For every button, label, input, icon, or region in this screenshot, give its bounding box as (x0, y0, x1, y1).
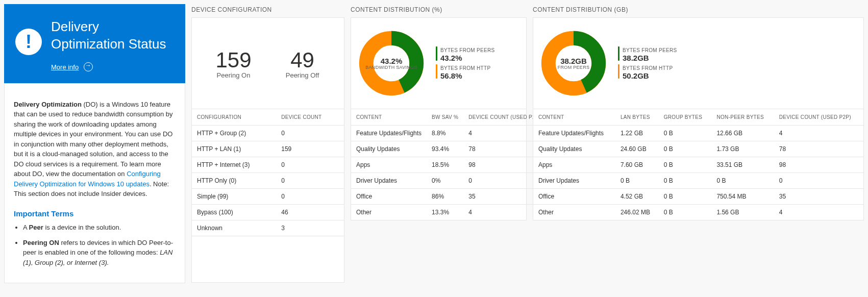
cell-bw-sav: 18.5% (427, 157, 463, 173)
table-row[interactable]: Driver Updates0 B0 B0 B0 (533, 173, 863, 189)
legend-text: BYTES FROM HTTP50.2GB (623, 64, 673, 80)
cell-configuration: Simple (99) (192, 189, 276, 205)
table-row[interactable]: Office86%35 (351, 189, 545, 205)
content-dist-pct-chart: 43.2% BANDWIDTH SAVINGS BYTES FROM PEERS… (351, 17, 527, 109)
table-row[interactable]: Other13.3%4 (351, 205, 545, 220)
table-row[interactable]: HTTP + Internet (3)0 (192, 157, 344, 173)
col-configuration[interactable]: CONFIGURATION (192, 109, 276, 126)
term-peering: Peering ON refers to devices in which DO… (23, 238, 176, 268)
col-content-gb[interactable]: CONTENT (533, 109, 615, 126)
peering-off-cell: 49 Peering Off (268, 48, 337, 79)
cell-configuration: HTTP Only (0) (192, 173, 276, 189)
peering-counters: 159 Peering On 49 Peering Off (199, 48, 337, 79)
legend-value: 38.2GB (623, 54, 677, 62)
cell-content: Quality Updates (351, 141, 427, 157)
table-row[interactable]: Driver Updates0%0 (351, 173, 545, 189)
col-group-bytes[interactable]: GROUP BYTES (659, 109, 712, 126)
col-lan-bytes[interactable]: LAN BYTES (615, 109, 659, 126)
table-row[interactable]: Office4.52 GB0 B750.54 MB35 (533, 189, 863, 205)
cell-content: Apps (533, 157, 615, 173)
table-row[interactable]: Feature Updates/Flights8.8%4 (351, 126, 545, 141)
content-dist-gb-chart: 38.2GB FROM PEERS BYTES FROM PEERS38.2GB… (533, 17, 864, 109)
legend-label: BYTES FROM HTTP (440, 65, 490, 71)
legend-row: BYTES FROM HTTP50.2GB (618, 64, 677, 80)
cell-nonpeer: 1.56 GB (711, 205, 774, 220)
table-row[interactable]: HTTP + Group (2)0 (192, 126, 344, 141)
table-row[interactable]: Feature Updates/Flights1.22 GB0 B12.66 G… (533, 126, 863, 141)
cell-device-count: 0 (276, 189, 344, 205)
cell-group: 0 B (659, 141, 712, 157)
content-dist-gb-table: CONTENT LAN BYTES GROUP BYTES NON-PEER B… (533, 109, 864, 220)
legend-value: 50.2GB (623, 71, 673, 80)
table-row[interactable]: Quality Updates93.4%78 (351, 141, 545, 157)
table-row[interactable]: HTTP Only (0)0 (192, 173, 344, 189)
lead-bold: Delivery Optimization (14, 101, 82, 108)
col-nonpeer-bytes[interactable]: NON-PEER BYTES (711, 109, 774, 126)
cell-bw-sav: 86% (427, 189, 463, 205)
donut-pct: 43.2% BANDWIDTH SAVINGS (358, 30, 425, 96)
table-row[interactable]: Other246.02 MB0 B1.56 GB4 (533, 205, 863, 220)
cell-lan: 7.60 GB (615, 157, 659, 173)
cell-dev-count: 4 (774, 126, 863, 141)
content-dist-pct-table: CONTENT BW SAV % DEVICE COUNT (USED P2P)… (351, 109, 527, 220)
cell-device-count: 46 (276, 205, 344, 220)
legend-text: BYTES FROM PEERS43.2% (440, 46, 494, 62)
cell-configuration: HTTP + LAN (1) (192, 141, 276, 157)
cell-bw-sav: 93.4% (427, 141, 463, 157)
terms-heading: Important Terms (14, 208, 176, 220)
legend-row: BYTES FROM PEERS43.2% (436, 46, 494, 62)
device-config-table: CONFIGURATION DEVICE COUNT HTTP + Group … (191, 109, 344, 283)
cell-dev-count: 35 (774, 189, 863, 205)
col-content[interactable]: CONTENT (351, 109, 427, 126)
cell-device-count: 0 (276, 173, 344, 189)
col-bw-sav[interactable]: BW SAV % (427, 109, 463, 126)
device-config-column: DEVICE CONFIGURATION 159 Peering On 49 P… (191, 4, 344, 283)
description-paragraph: Delivery Optimization (DO) is a Windows … (14, 100, 176, 199)
legend-gb: BYTES FROM PEERS38.2GBBYTES FROM HTTP50.… (618, 44, 677, 82)
table-row[interactable]: HTTP + LAN (1)159 (192, 141, 344, 157)
legend-row: BYTES FROM HTTP56.8% (436, 64, 494, 80)
peering-off-value: 49 (268, 48, 337, 72)
cell-nonpeer: 750.54 MB (711, 189, 774, 205)
info-column: ! Delivery Optimization Status More info… (4, 4, 185, 283)
legend-row: BYTES FROM PEERS38.2GB (618, 46, 677, 62)
donut-gb-label: FROM PEERS (558, 65, 590, 70)
more-info-row: More info (51, 60, 174, 71)
legend-pct: BYTES FROM PEERS43.2%BYTES FROM HTTP56.8… (436, 44, 494, 82)
cell-content: Driver Updates (351, 173, 427, 189)
device-config-chart: 159 Peering On 49 Peering Off (191, 17, 344, 109)
col-dev-count-p2p-gb[interactable]: DEVICE COUNT (USED P2P) (774, 109, 863, 126)
cell-lan: 1.22 GB (615, 126, 659, 141)
dashboard: ! Delivery Optimization Status More info… (0, 0, 868, 287)
cell-group: 0 B (659, 126, 712, 141)
more-info-link[interactable]: More info (51, 63, 79, 71)
table-row[interactable]: Unknown3 (192, 220, 344, 236)
peering-on-label: Peering On (199, 71, 268, 79)
donut-pct-label: BANDWIDTH SAVINGS (365, 65, 417, 70)
page-title: Delivery Optimization Status (51, 18, 174, 53)
cell-content: Feature Updates/Flights (351, 126, 427, 141)
cell-device-count: 3 (276, 220, 344, 236)
cell-bw-sav: 13.3% (427, 205, 463, 220)
legend-label: BYTES FROM PEERS (623, 47, 677, 53)
legend-text: BYTES FROM HTTP56.8% (440, 64, 490, 80)
content-dist-gb-title: CONTENT DISTRIBUTION (GB) (533, 4, 864, 17)
legend-value: 56.8% (440, 71, 490, 80)
table-row[interactable]: Bypass (100)46 (192, 205, 344, 220)
cell-configuration: HTTP + Internet (3) (192, 157, 276, 173)
table-row[interactable]: Apps18.5%98 (351, 157, 545, 173)
table-row[interactable]: Apps7.60 GB0 B33.51 GB98 (533, 157, 863, 173)
legend-color-icon (436, 64, 437, 79)
cell-group: 0 B (659, 173, 712, 189)
table-row[interactable]: Simple (99)0 (192, 189, 344, 205)
legend-color-icon (618, 46, 619, 61)
cell-content: Quality Updates (533, 141, 615, 157)
cell-group: 0 B (659, 189, 712, 205)
cell-content: Other (533, 205, 615, 220)
cell-content: Office (533, 189, 615, 205)
table-row[interactable]: Quality Updates24.60 GB0 B1.73 GB78 (533, 141, 863, 157)
peering-off-label: Peering Off (268, 71, 337, 79)
cell-dev-count: 78 (774, 141, 863, 157)
alert-icon: ! (15, 29, 42, 55)
col-device-count[interactable]: DEVICE COUNT (276, 109, 344, 126)
